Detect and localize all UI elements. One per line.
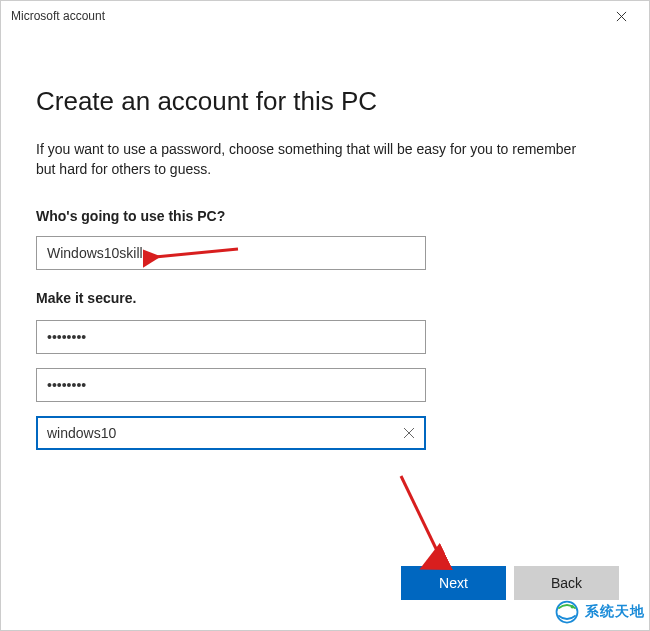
- watermark: 系统天地: [553, 598, 645, 626]
- svg-line-7: [401, 476, 441, 559]
- page-description: If you want to use a password, choose so…: [36, 139, 596, 180]
- svg-point-9: [571, 605, 575, 609]
- svg-point-8: [557, 602, 578, 623]
- watermark-text: 系统天地: [585, 603, 645, 621]
- username-label: Who's going to use this PC?: [36, 208, 614, 224]
- annotation-arrow-next: [391, 471, 461, 571]
- secure-label: Make it secure.: [36, 290, 614, 306]
- close-button[interactable]: [601, 1, 641, 31]
- next-button[interactable]: Next: [401, 566, 506, 600]
- close-icon: [616, 11, 627, 22]
- globe-icon: [553, 598, 581, 626]
- page-title: Create an account for this PC: [36, 86, 614, 117]
- window-title: Microsoft account: [11, 9, 105, 23]
- username-input[interactable]: [36, 236, 426, 270]
- password-hint-input[interactable]: [36, 416, 426, 450]
- x-icon: [403, 427, 415, 439]
- clear-hint-button[interactable]: [400, 424, 418, 442]
- back-button[interactable]: Back: [514, 566, 619, 600]
- password-input[interactable]: [36, 320, 426, 354]
- confirm-password-input[interactable]: [36, 368, 426, 402]
